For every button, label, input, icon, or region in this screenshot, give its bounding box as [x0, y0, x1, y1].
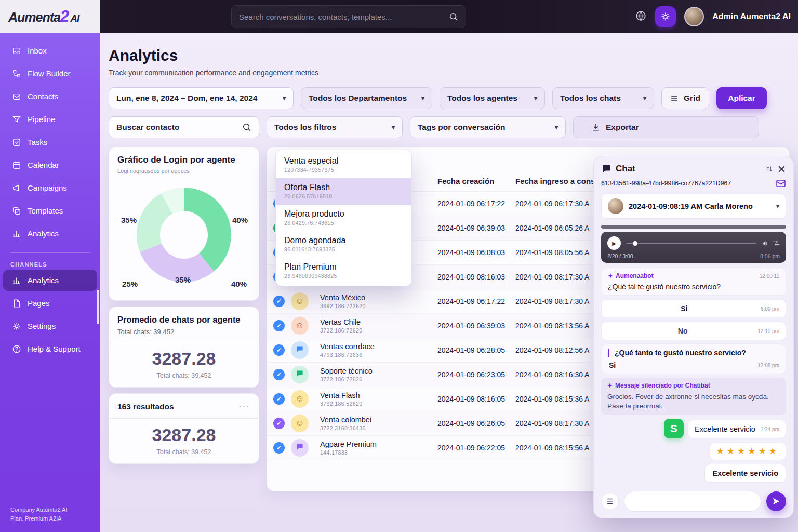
- volume-icon[interactable]: [762, 240, 768, 247]
- agents-select[interactable]: Todos los agentes▾: [440, 87, 545, 109]
- play-button[interactable]: ▶: [607, 236, 621, 250]
- grid-view-button[interactable]: Grid: [661, 87, 709, 109]
- status-check-icon[interactable]: ✓: [273, 320, 285, 331]
- status-check-icon[interactable]: ✓: [273, 344, 285, 356]
- contact-search[interactable]: [109, 116, 259, 138]
- date-range-select[interactable]: Lun, ene 8, 2024 – Dom, ene 14, 2024▾: [109, 87, 294, 109]
- quick-reply-no[interactable]: No 12:10 pm: [601, 322, 786, 340]
- contact-name: Venta México: [320, 294, 437, 302]
- sidebar-item-tasks[interactable]: Tasks: [3, 131, 97, 153]
- contact-avatar: [608, 198, 623, 214]
- dropdown-item[interactable]: Oferta Flash 26.0626.57619810: [276, 178, 411, 205]
- pages-icon: [11, 298, 21, 308]
- chat-bubble-icon: [296, 369, 304, 380]
- audio-progress-bar[interactable]: [626, 243, 756, 244]
- chat-message-input[interactable]: [624, 491, 761, 512]
- contact-search-input[interactable]: [116, 123, 237, 132]
- global-search-input[interactable]: [239, 12, 444, 21]
- rating-label-message: Excelente servicio: [704, 464, 786, 483]
- sidebar-item-templates[interactable]: Templates: [3, 200, 97, 221]
- fecha-creacion: 2024-01-09 06:39:03: [437, 224, 515, 232]
- sidebar-item-label: Calendar: [28, 161, 59, 169]
- send-icon: [772, 497, 781, 506]
- sidebar-item-analytics[interactable]: Analytics: [3, 223, 97, 244]
- envelope-icon[interactable]: [776, 178, 786, 189]
- more-options-icon[interactable]: ···: [238, 402, 250, 412]
- send-button[interactable]: [766, 491, 786, 511]
- chat-bubble-icon: [296, 443, 304, 454]
- chevron-down-icon: ▾: [555, 124, 558, 131]
- gear-icon: [660, 11, 671, 22]
- sidebar-item-flow-builder[interactable]: Flow Builder: [3, 63, 97, 84]
- avatar: [291, 366, 309, 383]
- chats-select[interactable]: Todos los chats▾: [552, 87, 654, 109]
- attachment-menu-icon[interactable]: ☰: [601, 493, 619, 510]
- star-rating[interactable]: ★★★★★★: [710, 442, 786, 460]
- filters-row-1: Lun, ene 8, 2024 – Dom, ene 14, 2024▾ To…: [109, 87, 790, 109]
- logo-main: Aumenta: [8, 10, 60, 24]
- close-icon[interactable]: [777, 165, 786, 174]
- sidebar-item-pages[interactable]: Pages: [3, 292, 97, 314]
- login-donut: [137, 188, 231, 282]
- contact-number: 3792.186:52620: [320, 401, 437, 407]
- contact-name: Vertas Chile: [320, 318, 437, 326]
- fecha-creacion: 2024-01-09 06:17:22: [437, 297, 515, 305]
- dropdown-item[interactable]: Demo agendada 96.011643:7693325: [276, 231, 411, 258]
- sidebar-scrollbar[interactable]: [97, 290, 99, 324]
- fecha-creacion: 2024-01-09 06:23:05: [437, 370, 515, 379]
- user-avatar[interactable]: [684, 7, 704, 26]
- sidebar-item-help-support[interactable]: Help & Support: [3, 338, 97, 360]
- dropdown-item[interactable]: Mejora producto 26.0429.76:743615: [276, 205, 411, 231]
- sidebar-item-contacts[interactable]: Contacts: [3, 86, 97, 107]
- admin-name[interactable]: Admin Aumenta2 AI: [712, 12, 791, 21]
- sidebar-item-channels-analytics[interactable]: Analytics: [3, 270, 97, 291]
- sidebar-item-calendar[interactable]: Calendar: [3, 154, 97, 176]
- quoted-message: ¿Qué tanto te gustó nuestro servicio? Si…: [601, 344, 786, 374]
- chevron-down-icon: ▾: [534, 95, 537, 102]
- channels-section-label: CHANNELS: [10, 252, 90, 268]
- export-button[interactable]: Exportar: [573, 116, 759, 138]
- departments-select[interactable]: Todos los Departamentos▾: [301, 87, 432, 109]
- status-check-icon[interactable]: ✓: [273, 369, 285, 380]
- sidebar-item-settings[interactable]: Settings: [3, 315, 97, 337]
- sidebar-item-label: Pages: [28, 299, 50, 308]
- status-check-icon[interactable]: ✓: [273, 296, 285, 307]
- donut-label: 35%: [121, 216, 137, 224]
- login-chart-card: Gráfico de Login por agente Logi nogrags…: [109, 147, 259, 301]
- fecha-creacion: 2024-01-09 06:26:05: [437, 419, 515, 428]
- avatar: [291, 341, 309, 359]
- chevron-down-icon: ▾: [392, 124, 395, 131]
- global-search[interactable]: [231, 5, 466, 28]
- sort-icon[interactable]: [766, 165, 773, 173]
- status-check-icon[interactable]: ✓: [273, 393, 285, 405]
- sidebar-item-pipeline[interactable]: Pipeline: [3, 109, 97, 130]
- all-filters-select[interactable]: Todos los filtros▾: [267, 116, 403, 138]
- tags-select[interactable]: Tags por conversación▾: [410, 116, 566, 138]
- logo-2: 2: [60, 7, 69, 25]
- quick-reply-yes[interactable]: Si 6:00 pm: [601, 299, 786, 318]
- shuffle-icon[interactable]: [773, 240, 780, 246]
- dropdown-item[interactable]: Venta especial 1207334-79357375: [276, 152, 411, 178]
- quote-text: ¿Qué tanto te gustó nuestro servicio?: [608, 349, 779, 357]
- fecha-creacion: 2024-01-09 08:16:03: [437, 273, 515, 281]
- scroll-handle[interactable]: [601, 225, 786, 229]
- dropdown-item[interactable]: Plan Premium 26.94600909438825: [276, 258, 411, 284]
- silenced-message: Messaje silenciado por Chatibat Grocios.…: [601, 378, 786, 415]
- conversation-id: 61343561-998a-47bd-9986-co7767a221D967: [601, 180, 731, 187]
- message-time: 12:00 11: [760, 273, 779, 279]
- sidebar: Inbox Flow Builder Contacts Pipeline Tas…: [0, 33, 100, 532]
- settings-button[interactable]: [655, 6, 676, 27]
- sidebar-item-campaigns[interactable]: Campaigns: [3, 177, 97, 198]
- conversation-selector[interactable]: 2024-01-09:08:19 AM Carla Moreno ▾: [601, 194, 786, 219]
- status-check-icon[interactable]: ✓: [273, 418, 285, 429]
- globe-icon[interactable]: [635, 10, 647, 24]
- login-donut-chart: 35% 40% 25% 35% 40%: [120, 181, 248, 292]
- analytics-icon: [11, 275, 21, 285]
- sidebar-item-inbox[interactable]: Inbox: [3, 40, 97, 61]
- avg-chats-value: 3287.28: [117, 349, 250, 369]
- apply-button[interactable]: Aplicar: [716, 87, 767, 109]
- donut-label: 35%: [175, 275, 191, 284]
- logo[interactable]: Aumenta2AI: [0, 0, 100, 33]
- status-check-icon[interactable]: ✓: [273, 442, 285, 454]
- service-message-row: S Excelente servicio 1:24 pm: [601, 419, 786, 438]
